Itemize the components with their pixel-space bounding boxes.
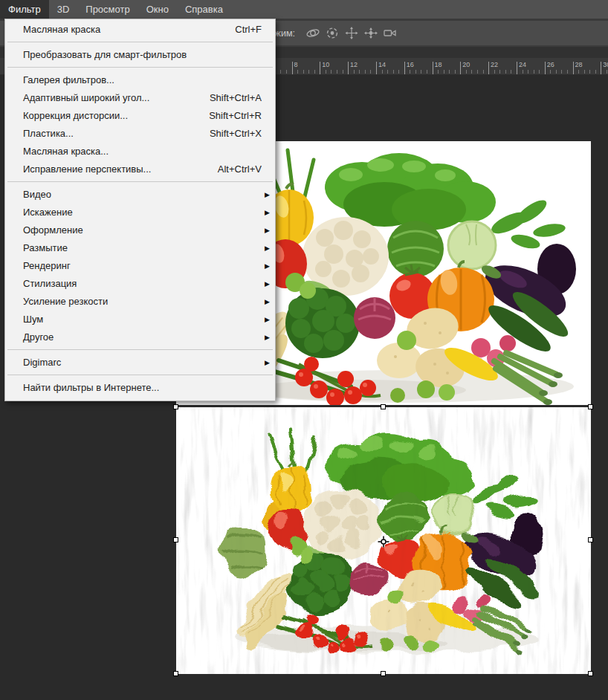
menu-item-adaptive-wide-angle[interactable]: Адаптивный широкий угол... Shift+Ctrl+A bbox=[5, 89, 275, 107]
ruler-minor-tick bbox=[280, 70, 281, 74]
menubar-item-view[interactable]: Просмотр bbox=[77, 0, 138, 19]
menubar-item-help[interactable]: Справка bbox=[177, 0, 231, 19]
3d-zoom-camera-icon[interactable] bbox=[383, 26, 398, 40]
menu-item-lens-correction[interactable]: Коррекция дисторсии... Shift+Ctrl+R bbox=[5, 107, 275, 125]
ruler-minor-tick bbox=[455, 70, 456, 74]
transform-handle-bottom-left[interactable] bbox=[173, 671, 178, 676]
ruler-major-tick bbox=[433, 62, 433, 74]
menu-item-render[interactable]: Рендеринг ▶ bbox=[5, 257, 275, 275]
ruler-minor-tick bbox=[505, 70, 506, 74]
ruler-minor-tick bbox=[326, 70, 326, 74]
menu-item-filter-gallery[interactable]: Галерея фильтров... bbox=[5, 71, 275, 89]
transform-handle-top-center[interactable] bbox=[381, 404, 386, 409]
menu-separator bbox=[7, 67, 273, 68]
ruler-minor-tick bbox=[427, 70, 427, 74]
menu-item-last-filter[interactable]: Масляная краска Ctrl+F bbox=[5, 21, 275, 39]
ruler-minor-tick bbox=[382, 70, 383, 74]
menu-separator bbox=[7, 375, 273, 375]
transform-handle-top-left[interactable] bbox=[173, 404, 178, 409]
ruler-minor-tick bbox=[607, 70, 607, 74]
ruler-minor-tick bbox=[286, 70, 287, 74]
transform-handle-bottom-right[interactable] bbox=[588, 671, 593, 676]
ruler-minor-tick bbox=[449, 70, 450, 74]
ruler-number: 24 bbox=[519, 61, 526, 68]
3d-camera-tools bbox=[305, 26, 398, 40]
transform-handle-middle-left[interactable] bbox=[173, 537, 178, 542]
ruler-minor-tick bbox=[387, 70, 388, 74]
ruler-number: 10 bbox=[322, 61, 329, 68]
ruler-number: 12 bbox=[350, 61, 358, 68]
menu-separator bbox=[7, 349, 273, 350]
ruler-major-tick bbox=[376, 62, 377, 74]
menubar-item-window[interactable]: Окно bbox=[138, 0, 177, 19]
3d-slide-camera-icon[interactable] bbox=[363, 26, 378, 40]
ruler-minor-tick bbox=[589, 70, 590, 74]
ruler-minor-tick bbox=[354, 70, 355, 74]
menu-item-noise[interactable]: Шум ▶ bbox=[5, 311, 275, 328]
ruler-minor-tick bbox=[444, 70, 444, 74]
ruler-minor-tick bbox=[359, 70, 360, 74]
document-oil-paint-image[interactable] bbox=[176, 407, 591, 674]
ruler-minor-tick bbox=[393, 70, 394, 74]
ruler-minor-tick bbox=[438, 70, 439, 74]
ruler-minor-tick bbox=[477, 70, 478, 74]
menu-item-distort[interactable]: Искажение ▶ bbox=[5, 204, 275, 221]
transform-handle-bottom-center[interactable] bbox=[381, 671, 386, 676]
transform-handle-top-right[interactable] bbox=[588, 404, 593, 409]
ruler-major-tick bbox=[348, 62, 349, 74]
menu-item-stylize[interactable]: Стилизация ▶ bbox=[5, 275, 275, 293]
menu-item-vanishing-point[interactable]: Исправление перспективы... Alt+Ctrl+V bbox=[5, 161, 275, 178]
3d-orbit-camera-icon[interactable] bbox=[305, 26, 320, 40]
menu-item-other[interactable]: Другое ▶ bbox=[5, 328, 275, 346]
transform-handle-middle-right[interactable] bbox=[588, 537, 593, 542]
ruler-minor-tick bbox=[494, 70, 495, 74]
menu-item-convert-smart-filters[interactable]: Преобразовать для смарт-фильтров bbox=[5, 46, 275, 64]
ruler-minor-tick bbox=[584, 70, 585, 74]
filter-dropdown-menu: Масляная краска Ctrl+F Преобразовать для… bbox=[4, 19, 276, 401]
ruler-number: 8 bbox=[294, 61, 298, 68]
photoshop-window: Фильтр 3D Просмотр Окно Справка Режим: bbox=[0, 0, 608, 700]
menu-item-liquify[interactable]: Пластика... Shift+Ctrl+X bbox=[5, 125, 275, 143]
menubar-item-3d[interactable]: 3D bbox=[49, 0, 78, 19]
transform-reference-point[interactable] bbox=[377, 535, 390, 548]
ruler-number: 18 bbox=[435, 61, 442, 68]
ruler-major-tick bbox=[488, 62, 489, 74]
ruler-minor-tick bbox=[365, 70, 366, 74]
ruler-major-tick bbox=[545, 62, 546, 74]
menubar-item-filter[interactable]: Фильтр bbox=[0, 0, 49, 19]
ruler-minor-tick bbox=[466, 70, 467, 74]
menu-item-pixelate[interactable]: Оформление ▶ bbox=[5, 221, 275, 239]
menu-item-oil-paint[interactable]: Масляная краска... bbox=[5, 143, 275, 161]
ruler-minor-tick bbox=[314, 70, 315, 74]
ruler-minor-tick bbox=[595, 70, 596, 74]
menu-item-sharpen[interactable]: Усиление резкости ▶ bbox=[5, 293, 275, 311]
ruler-minor-tick bbox=[578, 70, 579, 74]
ruler-minor-tick bbox=[483, 70, 484, 74]
menu-separator bbox=[7, 42, 273, 42]
ruler-number: 30 bbox=[603, 61, 608, 68]
ruler-minor-tick bbox=[421, 70, 421, 74]
menu-item-digimarc[interactable]: Digimarc ▶ bbox=[5, 354, 275, 372]
ruler-number: 22 bbox=[491, 61, 498, 68]
ruler-major-tick bbox=[292, 62, 293, 74]
ruler-major-tick bbox=[404, 62, 405, 74]
ruler-number: 28 bbox=[575, 61, 583, 68]
ruler-minor-tick bbox=[303, 70, 304, 74]
menu-separator bbox=[7, 181, 273, 182]
ruler-minor-tick bbox=[343, 70, 343, 74]
3d-pan-camera-icon[interactable] bbox=[344, 26, 359, 40]
menu-item-browse-filters-online[interactable]: Найти фильтры в Интернете... bbox=[5, 379, 275, 397]
ruler-minor-tick bbox=[337, 70, 337, 74]
menu-item-blur[interactable]: Размытие ▶ bbox=[5, 239, 275, 257]
menu-item-video[interactable]: Видео ▶ bbox=[5, 186, 275, 204]
ruler-minor-tick bbox=[398, 70, 399, 74]
ruler-minor-tick bbox=[511, 70, 511, 74]
ruler-minor-tick bbox=[410, 70, 410, 74]
ruler-major-tick bbox=[573, 62, 574, 74]
submenu-arrow-icon: ▶ bbox=[265, 293, 270, 311]
submenu-arrow-icon: ▶ bbox=[265, 186, 270, 204]
3d-roll-camera-icon[interactable] bbox=[325, 26, 340, 40]
ruler-number: 26 bbox=[547, 61, 554, 68]
ruler-minor-tick bbox=[561, 70, 562, 74]
ruler-minor-tick bbox=[534, 70, 534, 74]
